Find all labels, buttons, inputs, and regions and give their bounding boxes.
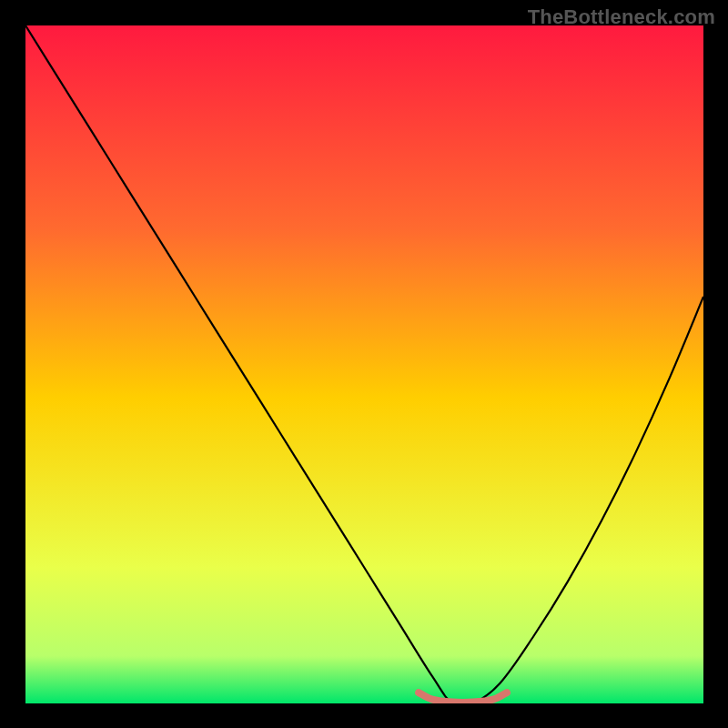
chart-frame: TheBottleneck.com bbox=[0, 0, 728, 728]
watermark-label: TheBottleneck.com bbox=[528, 5, 715, 29]
chart-svg bbox=[25, 25, 703, 703]
gradient-background bbox=[25, 25, 703, 703]
plot-area bbox=[25, 25, 703, 703]
